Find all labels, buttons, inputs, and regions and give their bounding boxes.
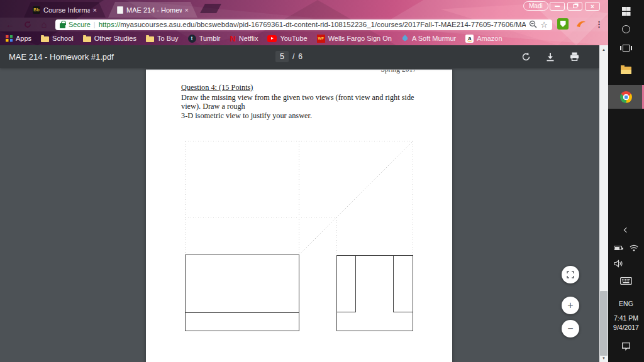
action-center-button[interactable]: [608, 342, 644, 351]
battery-icon[interactable]: [614, 246, 622, 250]
browser-menu-icon[interactable]: ⋮: [595, 19, 603, 29]
bookmark-other-studies[interactable]: Other Studies: [83, 35, 136, 42]
omnibox-separator: |: [94, 21, 96, 28]
url-scheme: https://: [99, 21, 121, 28]
bookmark-youtube[interactable]: YouTube: [267, 35, 307, 42]
youtube-icon: [267, 35, 277, 42]
tab-course-information[interactable]: Bb Course Information – 20 ×: [24, 2, 106, 18]
chrome-taskbar-button[interactable]: [608, 85, 644, 109]
bookmark-tumblr[interactable]: tTumblr: [188, 35, 221, 43]
nav-toolbar: ← ⌂ Secure | https://myasucourses.asu.ed…: [0, 18, 608, 31]
minimize-icon: [555, 6, 560, 7]
bookmark-netflix[interactable]: NNetflix: [230, 35, 258, 43]
print-icon[interactable]: [570, 52, 579, 61]
bookmark-label: Netflix: [239, 35, 258, 42]
lock-icon: [60, 23, 65, 28]
chrome-icon: [620, 91, 632, 103]
vertical-scrollbar[interactable]: ▲ ▼: [599, 45, 608, 362]
back-icon[interactable]: ←: [4, 19, 16, 30]
pdf-actions: [521, 52, 579, 62]
new-tab-button[interactable]: [200, 4, 221, 13]
bookmark-amazon[interactable]: aAmazon: [465, 35, 502, 43]
rotate-icon[interactable]: [521, 52, 531, 62]
bookmark-school[interactable]: School: [41, 35, 74, 42]
close-window-button[interactable]: ×: [585, 2, 600, 11]
page-count: 6: [298, 52, 303, 61]
tab-homework-pdf[interactable]: MAE 214 - Homework # ×: [108, 2, 197, 18]
tumblr-icon: t: [188, 35, 196, 43]
wifi-icon[interactable]: [630, 244, 638, 251]
folder-icon: [83, 36, 91, 42]
windows-taskbar: ENG 7:41 PM 9/4/2017: [608, 0, 644, 362]
orthographic-views-figure: [146, 70, 452, 362]
pdf-toolbar: MAE 214 - Homework #1.pdf 5 / 6: [0, 45, 599, 68]
water-drop-icon: [401, 35, 408, 41]
volume-icon: [614, 260, 623, 268]
amazon-icon: a: [465, 35, 474, 43]
file-explorer-icon: [621, 67, 631, 74]
task-view-icon: [623, 45, 630, 52]
close-tab-icon[interactable]: ×: [185, 6, 189, 14]
folder-icon: [41, 36, 49, 42]
bookmark-apps[interactable]: Apps: [6, 35, 31, 42]
bookmark-label: Other Studies: [94, 35, 136, 42]
tray-status-row: [608, 244, 644, 251]
restore-button[interactable]: [567, 2, 582, 11]
clock-time[interactable]: 7:41 PM: [608, 314, 644, 322]
keyboard-icon: [620, 277, 632, 285]
file-explorer-button[interactable]: [608, 67, 644, 74]
browser-window: Bb Course Information – 20 × MAE 214 - H…: [0, 0, 608, 362]
minimize-button[interactable]: [550, 2, 565, 11]
home-icon[interactable]: ⌂: [38, 19, 50, 30]
restore-icon: [573, 4, 577, 8]
touch-keyboard-button[interactable]: [608, 277, 644, 285]
zoom-in-button[interactable]: +: [562, 297, 579, 314]
blackboard-favicon: Bb: [33, 6, 40, 14]
search-button[interactable]: [608, 25, 644, 33]
language-indicator[interactable]: ENG: [608, 300, 644, 307]
page-navigation: 5 / 6: [275, 51, 303, 62]
extension-icon-green[interactable]: [557, 18, 569, 30]
folder-icon: [146, 36, 154, 42]
windows-logo-icon: [622, 7, 631, 16]
start-button[interactable]: [608, 7, 644, 16]
action-center-icon: [621, 342, 631, 351]
scrollbar-thumb[interactable]: [600, 291, 608, 356]
scroll-down-icon[interactable]: ▼: [599, 355, 608, 361]
bookmark-label: A Soft Murmur: [412, 35, 456, 42]
address-bar[interactable]: Secure | https://myasucourses.asu.edu/bb…: [55, 19, 552, 30]
close-tab-icon[interactable]: ×: [93, 6, 97, 14]
bookmark-a-soft-murmur[interactable]: A Soft Murmur: [401, 35, 456, 42]
zoom-out-button[interactable]: −: [562, 320, 579, 337]
bookmark-label: Amazon: [477, 35, 502, 42]
volume-button[interactable]: [608, 260, 644, 268]
page-separator: /: [292, 52, 294, 61]
bookmark-label: Apps: [16, 35, 31, 42]
bookmark-to-buy[interactable]: To Buy: [146, 35, 179, 42]
download-icon[interactable]: [546, 52, 555, 62]
task-view-button[interactable]: [608, 45, 644, 52]
clock-date[interactable]: 9/4/2017: [608, 324, 644, 331]
fit-to-page-button[interactable]: [562, 266, 579, 283]
url-rest: myasucourses.asu.edu/bbcswebdav/pid-1676…: [120, 21, 526, 28]
zoom-out-page-icon[interactable]: [529, 20, 537, 30]
bookmark-label: School: [52, 35, 74, 42]
show-hidden-icons-button[interactable]: [608, 228, 644, 232]
secure-label: Secure: [69, 21, 91, 28]
scroll-up-icon[interactable]: ▲: [599, 47, 608, 53]
current-page-input[interactable]: 5: [275, 51, 289, 62]
search-icon: [622, 25, 630, 33]
bookmark-star-icon[interactable]: ☆: [540, 20, 548, 30]
tab-title: Course Information – 20: [43, 6, 90, 14]
extension-icon-orange[interactable]: [575, 18, 587, 30]
document-favicon: [117, 6, 123, 14]
netflix-icon: N: [230, 35, 235, 43]
url-text: https://myasucourses.asu.edu/bbcswebdav/…: [99, 21, 526, 28]
apps-grid-icon: [6, 35, 13, 42]
bookmark-wells-fargo[interactable]: WFWells Fargo Sign On: [317, 35, 392, 43]
refresh-icon[interactable]: [21, 19, 34, 30]
profile-button[interactable]: Madi: [523, 1, 548, 11]
bookmark-label: To Buy: [157, 35, 179, 42]
bookmark-label: Tumblr: [199, 35, 221, 42]
tab-title: MAE 214 - Homework #: [126, 6, 182, 14]
